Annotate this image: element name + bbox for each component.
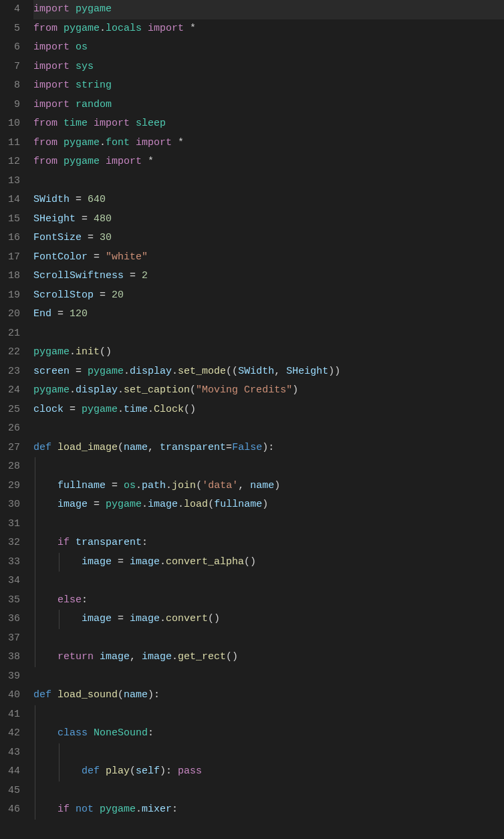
code-line[interactable]: import sys bbox=[33, 57, 504, 77]
code-line[interactable]: else: bbox=[33, 591, 504, 610]
code-line[interactable]: def load_sound(name): bbox=[33, 686, 504, 705]
code-line[interactable]: SHeight = 480 bbox=[33, 210, 504, 229]
code-token: pygame bbox=[64, 137, 100, 148]
code-line[interactable]: FontColor = "white" bbox=[33, 248, 504, 267]
code-line[interactable]: pygame.display.set_caption("Moving Credi… bbox=[33, 381, 504, 400]
code-token: 20 bbox=[112, 289, 124, 301]
indent-guide bbox=[35, 800, 35, 820]
code-token: image bbox=[57, 499, 88, 510]
code-line[interactable]: clock = pygame.time.Clock() bbox=[33, 400, 504, 420]
code-line[interactable]: from pygame.locals import * bbox=[33, 19, 504, 39]
code-token: ): bbox=[262, 442, 274, 453]
code-line[interactable]: pygame.init() bbox=[33, 343, 504, 362]
code-line[interactable]: return image, image.get_rect() bbox=[33, 648, 504, 667]
code-line[interactable]: from pygame import * bbox=[33, 152, 504, 172]
code-line[interactable] bbox=[33, 743, 504, 763]
line-number: 7 bbox=[7, 57, 20, 77]
code-token bbox=[33, 480, 57, 491]
code-line[interactable]: from time import sleep bbox=[33, 114, 504, 134]
code-token: ( bbox=[130, 765, 136, 777]
code-token: mixer bbox=[142, 804, 172, 815]
code-line[interactable]: ScrollSwiftness = 2 bbox=[33, 267, 504, 286]
code-line[interactable]: if transparent: bbox=[33, 533, 504, 553]
code-line[interactable] bbox=[33, 457, 504, 477]
indent-guide bbox=[35, 762, 35, 782]
line-number: 35 bbox=[7, 591, 20, 610]
code-token: if bbox=[57, 804, 76, 815]
code-line[interactable]: import os bbox=[33, 38, 504, 57]
indent-guide bbox=[35, 533, 35, 553]
code-token: 30 bbox=[100, 232, 112, 243]
code-token bbox=[33, 651, 57, 663]
code-line[interactable] bbox=[33, 572, 504, 591]
code-token: (( bbox=[226, 366, 238, 377]
code-area[interactable]: import pygamefrom pygame.locals import *… bbox=[33, 0, 504, 839]
code-token: os bbox=[76, 41, 88, 53]
code-token: "white" bbox=[106, 251, 148, 263]
code-line[interactable]: SWidth = 640 bbox=[33, 191, 504, 210]
code-token: time bbox=[64, 118, 88, 129]
line-number: 36 bbox=[7, 610, 20, 629]
indent-guide bbox=[35, 648, 35, 667]
code-token: display bbox=[130, 366, 172, 377]
code-line[interactable]: import pygame bbox=[33, 0, 504, 19]
code-token: image bbox=[130, 556, 160, 568]
code-token: SWidth bbox=[238, 366, 274, 377]
code-line[interactable]: image = image.convert() bbox=[33, 610, 504, 629]
code-line[interactable]: def load_image(name, transparent=False): bbox=[33, 439, 504, 458]
code-line[interactable] bbox=[33, 629, 504, 648]
code-line[interactable]: image = image.convert_alpha() bbox=[33, 553, 504, 572]
code-token: clock bbox=[33, 404, 64, 415]
code-token: = bbox=[88, 499, 106, 510]
indent-guide bbox=[35, 572, 35, 591]
code-token: SWidth bbox=[33, 194, 70, 205]
code-editor[interactable]: 4567891011121314151617181920212223242526… bbox=[0, 0, 504, 839]
code-token: ( bbox=[196, 480, 202, 491]
code-line[interactable]: class NoneSound: bbox=[33, 724, 504, 743]
line-number: 12 bbox=[7, 152, 20, 172]
code-token: locals bbox=[106, 23, 142, 34]
code-token: display bbox=[76, 384, 118, 396]
code-line[interactable]: End = 120 bbox=[33, 305, 504, 324]
code-line[interactable]: FontSize = 30 bbox=[33, 229, 504, 248]
code-token: = bbox=[70, 194, 88, 205]
code-token: image bbox=[100, 651, 130, 663]
code-token: = bbox=[94, 289, 112, 301]
code-token: play bbox=[106, 765, 130, 777]
code-line[interactable]: screen = pygame.display.set_mode((SWidth… bbox=[33, 362, 504, 382]
code-token: ( bbox=[208, 499, 214, 510]
code-token: SHeight bbox=[286, 366, 328, 377]
code-token: self bbox=[136, 765, 160, 777]
code-token: , bbox=[274, 366, 286, 377]
code-token: return bbox=[57, 651, 100, 663]
code-line[interactable] bbox=[33, 782, 504, 801]
code-token: name bbox=[124, 689, 148, 701]
line-number: 4 bbox=[7, 0, 20, 19]
code-token: os bbox=[124, 480, 136, 491]
code-line[interactable]: def play(self): pass bbox=[33, 762, 504, 782]
code-token: . bbox=[70, 384, 76, 396]
code-line[interactable]: ScrollStop = 20 bbox=[33, 286, 504, 306]
line-number-gutter: 4567891011121314151617181920212223242526… bbox=[0, 0, 33, 839]
code-line[interactable] bbox=[33, 324, 504, 344]
code-line[interactable]: import random bbox=[33, 96, 504, 115]
code-line[interactable] bbox=[33, 172, 504, 191]
code-token: from bbox=[33, 23, 64, 34]
code-line[interactable] bbox=[33, 705, 504, 725]
code-line[interactable] bbox=[33, 419, 504, 439]
line-number: 41 bbox=[7, 705, 20, 725]
line-number: 24 bbox=[7, 381, 20, 400]
code-line[interactable]: image = pygame.image.load(fullname) bbox=[33, 495, 504, 515]
code-token: )) bbox=[328, 366, 340, 377]
code-token: * bbox=[178, 137, 184, 148]
code-line[interactable]: fullname = os.path.join('data', name) bbox=[33, 477, 504, 496]
code-line[interactable]: from pygame.font import * bbox=[33, 134, 504, 153]
code-line[interactable]: if not pygame.mixer: bbox=[33, 800, 504, 820]
code-line[interactable] bbox=[33, 667, 504, 687]
code-line[interactable]: import string bbox=[33, 76, 504, 96]
code-token: = bbox=[106, 480, 124, 491]
code-line[interactable] bbox=[33, 515, 504, 534]
code-token: SHeight bbox=[33, 213, 76, 225]
indent-guide bbox=[59, 743, 59, 763]
line-number: 11 bbox=[7, 134, 20, 153]
